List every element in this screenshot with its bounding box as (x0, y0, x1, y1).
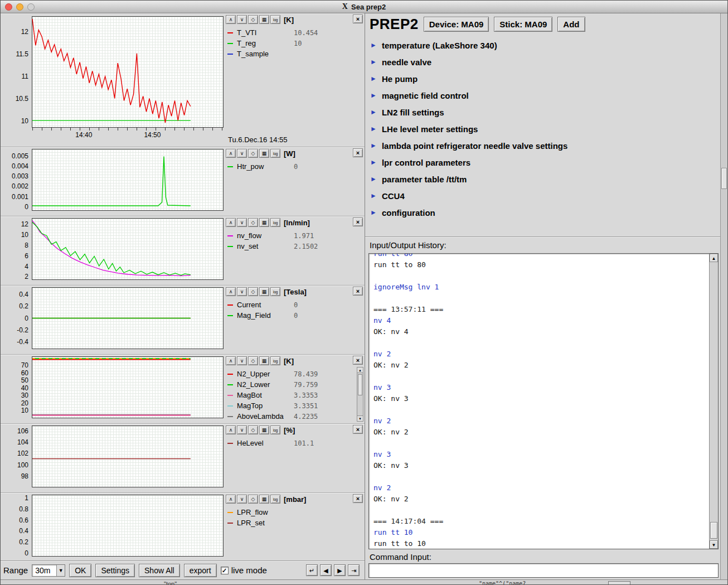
expand-arrow-icon[interactable]: ► (370, 75, 377, 83)
expand-arrow-icon[interactable]: ► (370, 108, 377, 116)
close-plot-button[interactable]: × (353, 14, 363, 23)
legend-item[interactable]: N2_Lower79.759 (226, 379, 363, 390)
grid-button[interactable]: ▦ (259, 149, 269, 158)
plot-canvas[interactable] (32, 149, 224, 211)
stick-button[interactable]: Stick: MA09 (494, 17, 552, 32)
tree-item[interactable]: ►needle valve (370, 54, 715, 70)
minimize-window-button[interactable] (16, 3, 23, 11)
legend-item[interactable]: N2_Upper78.439 (226, 369, 363, 379)
pan-up-button[interactable]: ∧ (226, 287, 236, 296)
legend-item[interactable]: Mag_Field0 (226, 310, 363, 321)
tree-item[interactable]: ►magnetic field control (370, 87, 715, 104)
expand-arrow-icon[interactable]: ► (370, 58, 377, 66)
zoom-button[interactable]: ◇ (248, 356, 258, 365)
close-plot-button[interactable]: × (353, 217, 363, 226)
legend-item[interactable]: LPR_set (226, 518, 363, 528)
expand-arrow-icon[interactable]: ► (370, 175, 377, 183)
legend-item[interactable]: MagBot3.3353 (226, 390, 363, 400)
tree-item[interactable]: ►LHe level meter settings (370, 120, 715, 137)
log-scale-button[interactable]: log (270, 426, 280, 434)
tree-item[interactable]: ►He pump (370, 70, 715, 87)
plot-canvas[interactable] (32, 287, 224, 349)
log-scale-button[interactable]: log (270, 356, 280, 365)
pan-up-button[interactable]: ∧ (226, 495, 236, 504)
pan-up-button[interactable]: ∧ (226, 356, 236, 365)
pan-down-button[interactable]: ∨ (237, 287, 247, 296)
log-scale-button[interactable]: log (270, 218, 280, 227)
chevron-down-icon[interactable]: ▼ (56, 565, 65, 576)
plot-canvas[interactable] (32, 356, 224, 418)
legend-item[interactable]: LPR_flow (226, 507, 363, 518)
range-dropdown[interactable]: 30m ▼ (32, 564, 65, 577)
pan-up-button[interactable]: ∧ (226, 15, 236, 24)
tree-item[interactable]: ►lambda point refrigerator needle valve … (370, 137, 715, 154)
legend-item[interactable]: nv_flow1.971 (226, 230, 363, 241)
pan-up-button[interactable]: ∧ (226, 149, 236, 158)
zoom-button[interactable]: ◇ (248, 426, 258, 434)
close-plot-button[interactable]: × (353, 287, 363, 296)
scroll-up-icon[interactable]: ▲ (710, 254, 718, 262)
jump-latest-button[interactable]: ↵ (306, 564, 318, 576)
panel-scrollbar[interactable] (720, 13, 727, 579)
close-window-button[interactable] (5, 3, 12, 11)
tree-item[interactable]: ►lpr control parameters (370, 154, 715, 171)
legend-scrollbar[interactable]: ▲▼ (357, 367, 363, 422)
show-all-button[interactable]: Show All (139, 564, 180, 577)
scroll-down-icon[interactable]: ▼ (710, 540, 718, 549)
expand-arrow-icon[interactable]: ► (370, 158, 377, 166)
step-back-button[interactable]: ◀ (320, 564, 332, 576)
tree-item[interactable]: ►configuration (370, 204, 715, 221)
legend-item[interactable]: T_reg10 (226, 38, 363, 49)
panel-scrollbar-thumb[interactable] (721, 168, 727, 189)
pan-up-button[interactable]: ∧ (226, 218, 236, 227)
titlebar[interactable]: X Sea prep2 (1, 1, 727, 13)
expand-arrow-icon[interactable]: ► (370, 142, 377, 149)
ok-button[interactable]: OK (69, 564, 91, 577)
plot-canvas[interactable]: 14:4014:50 (32, 16, 224, 128)
close-plot-button[interactable]: × (353, 148, 363, 157)
jump-end-button[interactable]: ⇥ (348, 564, 360, 576)
settings-button[interactable]: Settings (95, 564, 135, 577)
console-scrollbar-thumb[interactable] (710, 522, 717, 539)
scroll-up-icon[interactable]: ▲ (357, 368, 363, 373)
legend-item[interactable]: T_sample (226, 49, 363, 59)
legend-item[interactable]: AboveLambda4.2235 (226, 411, 363, 422)
grid-button[interactable]: ▦ (259, 495, 269, 504)
legend-scrollbar-thumb[interactable] (358, 374, 362, 395)
zoom-button[interactable]: ◇ (248, 218, 258, 227)
io-history-console[interactable]: run tt 80run tt to 80 ignoreMsg lnv 1 ==… (368, 253, 719, 549)
expand-arrow-icon[interactable]: ► (370, 192, 377, 200)
pan-up-button[interactable]: ∧ (226, 426, 236, 434)
log-scale-button[interactable]: log (270, 15, 280, 24)
legend-item[interactable]: MagTop3.3351 (226, 400, 363, 411)
plot-canvas[interactable] (32, 495, 224, 557)
plot-canvas[interactable] (32, 426, 224, 487)
zoom-window-button[interactable] (27, 3, 35, 11)
log-scale-button[interactable]: log (270, 287, 280, 296)
legend-item[interactable]: Current0 (226, 299, 363, 310)
grid-button[interactable]: ▦ (259, 218, 269, 227)
plot-canvas[interactable] (32, 218, 224, 280)
pan-down-button[interactable]: ∨ (237, 426, 247, 434)
grid-button[interactable]: ▦ (259, 356, 269, 365)
tree-item[interactable]: ►temperature (LakeShore 340) (370, 37, 715, 54)
close-plot-button[interactable]: × (353, 356, 363, 365)
zoom-button[interactable]: ◇ (248, 287, 258, 296)
grid-button[interactable]: ▦ (259, 426, 269, 434)
pan-down-button[interactable]: ∨ (237, 218, 247, 227)
close-plot-button[interactable]: × (353, 425, 363, 434)
pan-down-button[interactable]: ∨ (237, 356, 247, 365)
pan-down-button[interactable]: ∨ (237, 149, 247, 158)
command-input[interactable] (368, 563, 719, 578)
log-scale-button[interactable]: log (270, 495, 280, 504)
tree-item[interactable]: ►LN2 fill settings (370, 104, 715, 120)
expand-arrow-icon[interactable]: ► (370, 41, 377, 49)
pan-down-button[interactable]: ∨ (237, 15, 247, 24)
zoom-button[interactable]: ◇ (248, 495, 258, 504)
scroll-down-icon[interactable]: ▼ (357, 415, 363, 421)
expand-arrow-icon[interactable]: ► (370, 125, 377, 133)
log-scale-button[interactable]: log (270, 149, 280, 158)
grid-button[interactable]: ▦ (259, 287, 269, 296)
close-plot-button[interactable]: × (353, 494, 363, 503)
device-button[interactable]: Device: MA09 (424, 17, 489, 32)
